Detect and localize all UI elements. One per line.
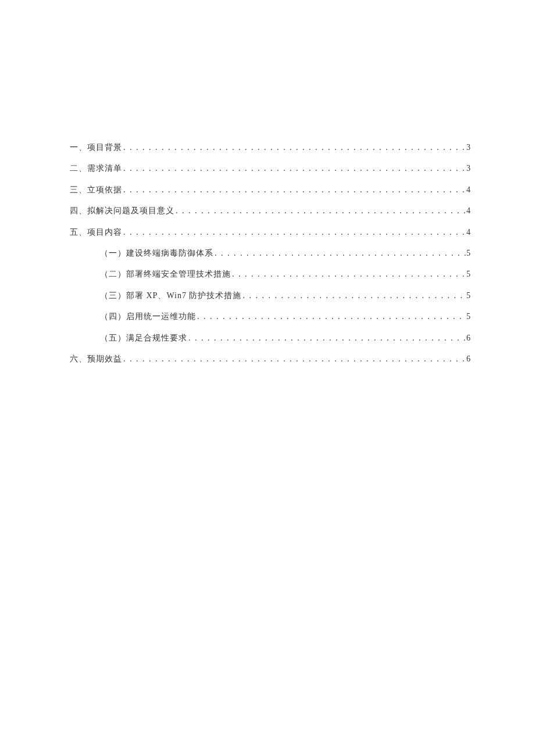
- toc-title: （二）部署终端安全管理技术措施: [100, 268, 231, 281]
- toc-title: 六、预期效益: [70, 353, 122, 366]
- toc-title: （三）部署 XP、Win7 防护技术措施: [100, 289, 241, 302]
- toc-leader: [231, 268, 466, 281]
- toc-entry: 四、拟解决问题及项目意义 4: [70, 205, 471, 217]
- toc-page: 5: [466, 289, 471, 302]
- toc-page: 5: [466, 310, 471, 323]
- toc-subentry: （一）建设终端病毒防御体系 5: [70, 247, 471, 260]
- toc-leader: [174, 205, 466, 217]
- toc-entry: 六、预期效益 6: [70, 353, 471, 366]
- toc-page: 4: [466, 184, 471, 196]
- toc-leader: [122, 141, 466, 154]
- toc-subentry: （四）启用统一运维功能 5: [70, 310, 471, 323]
- toc-page: 6: [466, 353, 471, 366]
- toc-entry: 三、立项依据 4: [70, 184, 471, 196]
- toc-title: 二、需求清单: [70, 162, 122, 175]
- toc-subentry: （三）部署 XP、Win7 防护技术措施 5: [70, 289, 471, 302]
- toc-leader: [122, 226, 466, 239]
- toc-leader: [213, 247, 466, 260]
- toc-leader: [122, 353, 466, 366]
- toc-page: 6: [466, 332, 471, 345]
- toc-entry: 一、项目背景 3: [70, 141, 471, 154]
- toc-page: 4: [466, 205, 471, 217]
- toc-entry: 二、需求清单 3: [70, 162, 471, 175]
- toc-page: 5: [466, 268, 471, 281]
- toc-title: 五、项目内容: [70, 226, 122, 239]
- toc-entry: 五、项目内容 4: [70, 226, 471, 239]
- toc-leader: [196, 310, 466, 323]
- toc-page: 5: [466, 247, 471, 260]
- toc-page: 4: [466, 226, 471, 239]
- toc-title: 三、立项依据: [70, 184, 122, 196]
- toc-title: （五）满足合规性要求: [100, 332, 187, 345]
- table-of-contents: 一、项目背景 3 二、需求清单 3 三、立项依据 4 四、拟解决问题及项目意义 …: [70, 141, 471, 374]
- toc-title: 一、项目背景: [70, 141, 122, 154]
- toc-page: 3: [466, 162, 471, 175]
- toc-leader: [122, 162, 466, 175]
- toc-leader: [241, 289, 466, 302]
- toc-title: （一）建设终端病毒防御体系: [100, 247, 213, 260]
- toc-page: 3: [466, 141, 471, 154]
- toc-subentry: （二）部署终端安全管理技术措施 5: [70, 268, 471, 281]
- toc-leader: [187, 332, 466, 345]
- toc-subentry: （五）满足合规性要求 6: [70, 332, 471, 345]
- toc-title: （四）启用统一运维功能: [100, 310, 196, 323]
- toc-leader: [122, 184, 466, 196]
- toc-title: 四、拟解决问题及项目意义: [70, 205, 174, 217]
